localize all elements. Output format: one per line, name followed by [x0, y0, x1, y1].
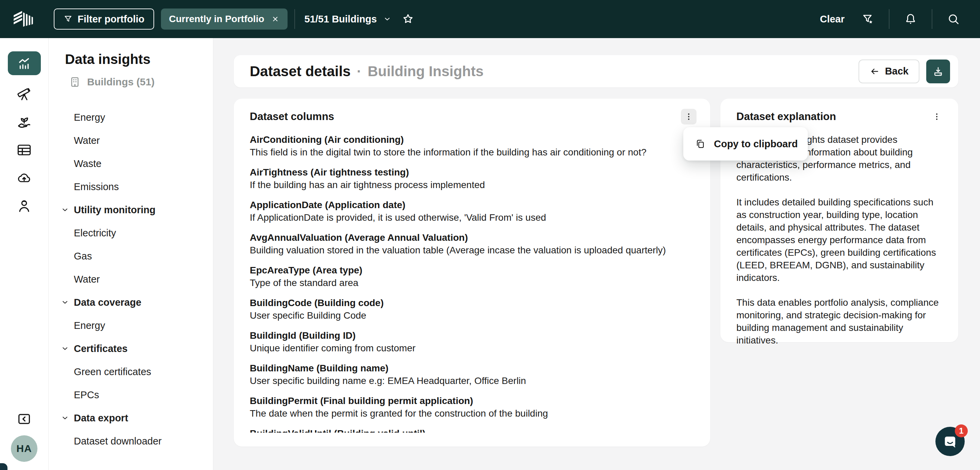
main-content: Dataset details · Building Insights Back	[213, 38, 980, 470]
dataset-column-entry: BuildingPermit (Final building permit ap…	[250, 394, 697, 420]
dataset-explanation-menu-button[interactable]	[929, 109, 945, 124]
search-button[interactable]	[947, 12, 960, 26]
close-icon[interactable]	[271, 15, 279, 23]
sidebar-item[interactable]: Energy	[49, 106, 213, 129]
sidebar-item[interactable]: Data coverage	[49, 291, 213, 314]
column-description: This field is in the digital twin to sto…	[250, 146, 697, 159]
dataset-columns-menu-button[interactable]	[681, 109, 697, 124]
sidebar-item[interactable]: EPCs	[49, 383, 213, 406]
icon-rail: HA	[0, 38, 49, 470]
back-arrow-icon	[869, 66, 880, 76]
context-menu: Copy to clipboard	[683, 127, 808, 160]
insights-chart-icon	[16, 56, 32, 71]
dataset-columns-title: Dataset columns	[250, 111, 334, 123]
clear-filters-button[interactable]: Clear	[818, 13, 846, 25]
buildings-count-label: 51/51 Buildings	[305, 14, 377, 25]
dataset-explanation-title: Dataset explanation	[737, 111, 836, 123]
sidebar-item-label: Green certificates	[74, 366, 151, 378]
chevron-down-icon	[60, 298, 69, 307]
sidebar-item-label: Water	[74, 274, 100, 285]
collapse-sidebar-button[interactable]	[16, 411, 32, 427]
column-name: EpcAreaType (Area type)	[250, 264, 697, 276]
sidebar-item-label: Utility monitoring	[74, 205, 156, 216]
download-dataset-button[interactable]	[926, 60, 950, 83]
sidebar-item[interactable]: Certificates	[49, 337, 213, 360]
sidebar-item-label: Water	[74, 135, 100, 146]
sidebar-item-label: Data export	[74, 413, 128, 424]
column-name: AirTightness (Air tightness testing)	[250, 166, 697, 179]
sidebar-item-label: Emissions	[74, 181, 119, 192]
sidebar-item[interactable]: Energy	[49, 314, 213, 337]
notifications-button[interactable]	[904, 12, 917, 26]
chat-launcher-button[interactable]: 1	[935, 427, 965, 456]
column-name: BuildingName (Building name)	[250, 362, 697, 375]
sidebar-item[interactable]: Waste	[49, 152, 213, 175]
sidebar-buildings-scope[interactable]: Buildings (51)	[69, 76, 213, 88]
back-button[interactable]: Back	[859, 60, 920, 83]
sustainability-icon	[16, 114, 32, 130]
column-description: Building valuation stored in the valuati…	[250, 244, 697, 256]
table-icon	[16, 142, 32, 158]
dataset-explanation-text: The Building Insights dataset provides c…	[737, 133, 945, 346]
sidebar-item-label: Certificates	[74, 343, 127, 354]
nav-data-insights[interactable]	[8, 51, 41, 75]
page-header-card: Dataset details · Building Insights Back	[234, 55, 958, 87]
column-description: If ApplicationDate is provided, it is us…	[250, 211, 697, 224]
sidebar-item[interactable]: Gas	[49, 245, 213, 268]
page-title: Dataset details	[250, 63, 350, 79]
saved-filters-button[interactable]	[861, 12, 875, 26]
back-button-label: Back	[885, 66, 908, 77]
filter-portfolio-button[interactable]: Filter portfolio	[54, 8, 154, 30]
column-name: AirConditioning (Air conditioning)	[250, 133, 697, 146]
sidebar-item[interactable]: Dataset downloader	[49, 430, 213, 453]
data-insights-sidebar: Data insights Buildings (51) Energy	[49, 38, 213, 470]
nav-account[interactable]	[15, 197, 33, 214]
sidebar-item[interactable]: Data export	[49, 406, 213, 430]
sidebar-item[interactable]: Utility monitoring	[49, 198, 213, 221]
column-description: Type of the standard area	[250, 276, 697, 289]
dataset-column-entry: AirConditioning (Air conditioning) This …	[250, 133, 697, 159]
copy-to-clipboard-item[interactable]: Copy to clipboard	[714, 138, 798, 150]
app-logo-icon[interactable]	[11, 8, 35, 30]
column-name: BuildingPermit (Final building permit ap…	[250, 394, 697, 407]
sidebar-item-label: Waste	[74, 158, 102, 169]
funnel-icon	[63, 14, 73, 24]
nav-data-table[interactable]	[15, 141, 33, 159]
chevron-down-icon	[60, 205, 69, 214]
nav-sustainability[interactable]	[15, 113, 33, 131]
sidebar-item[interactable]: Green certificates	[49, 360, 213, 383]
cloud-upload-icon	[16, 170, 32, 186]
column-description: If the building has an air tightness pro…	[250, 179, 697, 191]
building-icon	[69, 76, 81, 88]
nav-explore[interactable]	[15, 85, 33, 103]
chat-notification-badge: 1	[955, 424, 968, 437]
download-icon	[932, 65, 944, 78]
sidebar-item[interactable]: Electricity	[49, 221, 213, 245]
topbar-divider	[294, 9, 295, 29]
sidebar-item[interactable]: Emissions	[49, 175, 213, 198]
chip-label: Currently in Portfolio	[169, 14, 264, 24]
sidebar-item-label: Energy	[74, 112, 105, 123]
saved-filter-icon	[861, 12, 875, 26]
sidebar-nav-list: Energy Water Waste Emissions	[49, 106, 213, 453]
search-icon	[947, 12, 960, 26]
chevron-down-icon	[60, 414, 69, 422]
portfolio-filter-chip[interactable]: Currently in Portfolio	[161, 8, 288, 30]
sidebar-item[interactable]: Water	[49, 129, 213, 152]
sidebar-item-label: Data coverage	[74, 297, 141, 308]
dataset-columns-card: Dataset columns AirConditioning (Air con…	[234, 98, 710, 446]
column-description: Unique identifier coming from customer	[250, 342, 697, 354]
favorite-star-button[interactable]	[401, 12, 415, 26]
column-name: AvgAnnualValuation (Average Annual Valua…	[250, 231, 697, 244]
column-name: BuildingCode (Building code)	[250, 297, 697, 309]
dataset-column-entry: ApplicationDate (Application date) If Ap…	[250, 198, 697, 224]
nav-data-upload[interactable]	[15, 169, 33, 187]
dataset-column-entry: BuildingId (Building ID) Unique identifi…	[250, 329, 697, 354]
kebab-menu-icon	[684, 112, 694, 121]
kebab-menu-icon	[932, 112, 942, 121]
sidebar-item[interactable]: Water	[49, 268, 213, 291]
page-subtitle: Building Insights	[368, 63, 484, 79]
buildings-count-dropdown[interactable]: 51/51 Buildings	[302, 14, 395, 25]
chat-bubble-icon	[942, 433, 958, 449]
user-avatar[interactable]: HA	[11, 435, 37, 462]
